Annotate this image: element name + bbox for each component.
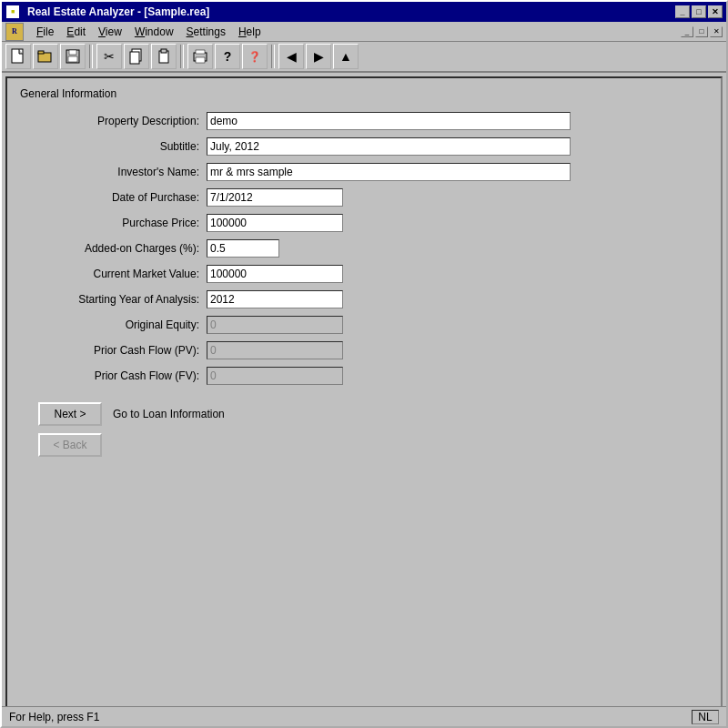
current-market-value-input[interactable] [207,265,343,283]
subtitle-label: Subtitle: [38,140,207,153]
investors-name-row: Investor's Name: [38,162,708,182]
prior-cashflow-fv-row: Prior Cash Flow (FV): [38,366,708,386]
purchase-price-row: Purchase Price: [38,213,708,233]
added-on-charges-label: Added-on Charges (%): [38,242,207,255]
inner-close-button[interactable]: ✕ [710,26,723,37]
investors-name-input[interactable] [207,163,571,181]
inner-minimize-button[interactable]: _ [681,26,693,37]
menu-file[interactable]: File [31,24,59,40]
subtitle-input[interactable] [207,137,571,156]
status-right: NL [692,710,719,724]
status-help-text: For Help, press F1 [9,711,99,723]
cut-button[interactable]: ✂ [96,44,122,69]
svg-rect-4 [69,50,76,55]
save-button[interactable] [60,44,86,69]
back-button[interactable]: < Back [38,433,102,457]
investors-name-label: Investor's Name: [38,166,207,178]
original-equity-label: Original Equity: [38,318,207,331]
added-on-charges-row: Added-on Charges (%): [38,238,708,258]
open-button[interactable] [33,44,58,69]
date-of-purchase-row: Date of Purchase: [38,187,708,207]
svg-rect-12 [196,50,205,54]
main-window: ■ Real Estate Analyzer - [Sample.rea] _ … [0,0,728,728]
back-button-area: < Back [20,433,708,457]
property-description-label: Property Description: [38,115,207,127]
menu-edit[interactable]: Edit [61,24,91,40]
current-market-value-label: Current Market Value: [38,268,207,280]
title-bar-text: Real Estate Analyzer - [Sample.rea] [27,5,209,18]
starting-year-input[interactable] [207,290,343,308]
purchase-price-label: Purchase Price: [38,217,207,229]
menu-help[interactable]: Help [233,24,267,40]
property-description-row: Property Description: [38,111,708,131]
menu-view[interactable]: View [93,24,127,40]
prior-cashflow-pv-row: Prior Cash Flow (PV): [38,340,708,360]
toolbar-sep-3 [271,45,275,68]
close-button[interactable]: ✕ [708,5,723,18]
current-market-value-row: Current Market Value: [38,264,708,284]
context-help-button[interactable]: ❓ [242,44,268,69]
menu-window[interactable]: Window [129,24,179,40]
original-equity-row: Original Equity: [38,315,708,335]
new-button[interactable] [5,44,31,69]
menu-settings[interactable]: Settings [181,24,231,40]
svg-rect-5 [68,56,77,62]
form-container: Property Description: Subtitle: Investor… [20,111,708,386]
print-button[interactable] [187,44,213,69]
toolbar-sep-2 [180,45,184,68]
starting-year-row: Starting Year of Analysis: [38,289,708,309]
svg-rect-7 [130,52,139,64]
prior-cashflow-pv-label: Prior Cash Flow (PV): [38,344,207,357]
subtitle-row: Subtitle: [38,136,708,157]
starting-year-label: Starting Year of Analysis: [38,293,207,306]
svg-rect-2 [38,51,44,54]
date-of-purchase-input[interactable] [207,188,343,207]
toolbar-sep-1 [89,45,93,68]
svg-rect-11 [196,57,205,63]
toolbar: ✂ ? ❓ ◀ ▶ ▲ [2,42,726,73]
back-nav-button[interactable]: ◀ [278,44,304,69]
help-button[interactable]: ? [215,44,240,69]
buttons-area: Next > Go to Loan Information [20,402,708,426]
svg-rect-0 [12,49,23,63]
prior-cashflow-pv-input[interactable] [207,341,343,359]
inner-window-buttons: _ □ ✕ [681,26,723,37]
goto-loan-link[interactable]: Go to Loan Information [113,408,225,420]
original-equity-input[interactable] [207,316,343,334]
property-description-input[interactable] [207,112,571,130]
purchase-price-input[interactable] [207,214,343,232]
section-title: General Information [20,87,708,100]
menu-bar-items: R File Edit View Window Settings Help [5,23,267,41]
prior-cashflow-fv-input[interactable] [207,367,343,385]
maximize-button[interactable]: □ [692,5,706,18]
minimize-button[interactable]: _ [675,5,690,18]
date-of-purchase-label: Date of Purchase: [38,191,207,204]
title-bar-buttons: _ □ ✕ [675,5,723,18]
inner-window: General Information Property Description… [5,76,723,723]
svg-rect-9 [161,49,167,53]
menu-app-icon[interactable]: R [5,23,24,41]
forward-nav-button[interactable]: ▶ [306,44,331,69]
paste-button[interactable] [151,44,177,69]
content-area: General Information Property Description… [7,78,721,721]
next-button[interactable]: Next > [38,402,102,426]
added-on-charges-input[interactable] [207,239,279,258]
app-icon: ■ [5,5,20,19]
up-nav-button[interactable]: ▲ [333,44,359,69]
inner-maximize-button[interactable]: □ [695,26,708,37]
menu-bar: R File Edit View Window Settings Help _ … [2,22,726,42]
copy-button[interactable] [124,44,149,69]
title-bar-left: ■ Real Estate Analyzer - [Sample.rea] [5,5,209,19]
prior-cashflow-fv-label: Prior Cash Flow (FV): [38,369,207,382]
title-bar: ■ Real Estate Analyzer - [Sample.rea] _ … [2,2,726,22]
status-bar: For Help, press F1 NL [2,706,726,726]
